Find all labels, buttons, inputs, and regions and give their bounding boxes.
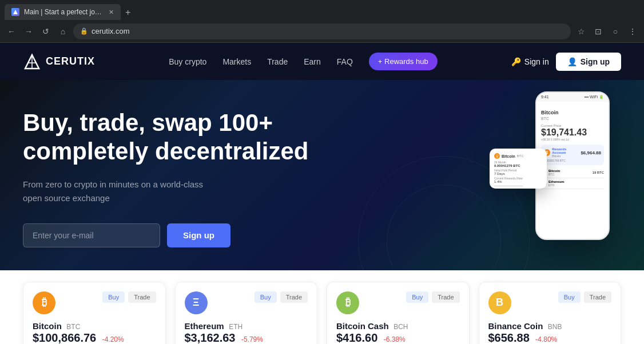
hero-title: Buy, trade, swap 100+ completely decentr… <box>23 109 309 166</box>
nav-buy-crypto[interactable]: Buy crypto <box>169 57 206 66</box>
bch-name: Bitcoin Cash <box>336 321 389 331</box>
reload-button[interactable]: ↺ <box>39 25 53 38</box>
bch-buy-button[interactable]: Buy <box>406 291 428 303</box>
card-header-btc: ₿ Buy Trade <box>33 291 156 314</box>
tab-close-button[interactable]: ✕ <box>109 9 114 16</box>
svg-marker-0 <box>13 10 18 14</box>
bookmark-button[interactable]: ☆ <box>574 25 588 38</box>
nav-trade[interactable]: Trade <box>267 57 288 66</box>
tab-title: Main | Start a perfect journey <box>24 8 104 16</box>
header-actions: 🔑 Sign in 👤 Sign up <box>511 53 621 71</box>
crypto-card-bnb: B Buy Trade Binance Coin BNB $656.88 -4.… <box>479 282 622 344</box>
eth-trade-button[interactable]: Trade <box>280 291 308 303</box>
bch-price: $416.60 <box>336 331 377 344</box>
url-text: cerutix.com <box>92 27 129 35</box>
reward-btc-amount: 0.00391758 BTC <box>544 159 601 162</box>
hero-subtitle: From zero to crypto in minutes on a worl… <box>23 178 223 205</box>
bch-trade-button[interactable]: Trade <box>432 291 459 303</box>
hero-form: Sign up <box>23 223 309 247</box>
card-hold-val: 7 Days <box>494 172 542 175</box>
nav-earn[interactable]: Earn <box>304 57 321 66</box>
forward-button[interactable]: → <box>22 25 35 38</box>
phone-signal: ▪▪▪ WiFi 🔋 <box>585 95 604 99</box>
phone-price: $19,741.43 <box>541 127 604 138</box>
email-input[interactable] <box>23 223 160 247</box>
btc-card-actions: Buy Trade <box>102 291 156 303</box>
menu-button[interactable]: ⋮ <box>626 25 639 38</box>
reward-row: ₿ Rewards Account Bitcoin $6,964.88 <box>544 147 601 158</box>
user-icon: 👤 <box>567 57 577 66</box>
phone-eth-row: Ethereum ETH <box>541 178 604 189</box>
crypto-grid: ₿ Buy Trade Bitcoin BTC $100,866.76 -4.2… <box>23 282 621 344</box>
card-btc-icon: ₿ <box>494 153 500 159</box>
rewards-hub-button[interactable]: + Rewards hub <box>369 53 438 70</box>
btc-name: Bitcoin <box>33 321 62 331</box>
card-header-bch: ₿ Buy Trade <box>336 291 460 314</box>
active-tab[interactable]: Main | Start a perfect journey ✕ <box>5 4 121 20</box>
phone-time: 9:41 <box>541 95 549 99</box>
bch-card-actions: Buy Trade <box>406 291 459 303</box>
logo[interactable]: CERUTIX <box>23 53 95 71</box>
btc-trade-button[interactable]: Trade <box>128 291 156 303</box>
btc-price-row: $100,866.76 -4.20% <box>33 331 156 344</box>
bnb-price: $656.88 <box>488 331 530 344</box>
new-tab-button[interactable]: + <box>121 5 135 20</box>
reward-labels: Rewards Account Bitcoin <box>552 147 579 158</box>
card-coin-name: Bitcoin <box>502 154 515 158</box>
eth-card-actions: Buy Trade <box>255 291 308 303</box>
page-content: CERUTIX Buy crypto Markets Trade Earn FA… <box>0 43 644 344</box>
phone-coin-symbol: BTC <box>541 117 604 121</box>
reward-amount: $6,964.88 <box>581 150 601 155</box>
hero-signup-button[interactable]: Sign up <box>167 223 230 247</box>
rewards-card: ₿ Bitcoin BTC 26 Month 0.00041279 BTC In… <box>490 149 547 189</box>
crypto-cards-section: ₿ Buy Trade Bitcoin BTC $100,866.76 -4.2… <box>0 270 644 344</box>
eth-symbol: ETH <box>229 323 243 331</box>
bch-price-row: $416.60 -6.38% <box>336 331 460 344</box>
bnb-coin-name-row: Binance Coin BNB <box>488 321 612 331</box>
btc-coin-icon: ₿ <box>33 291 55 314</box>
phone-status-bar: 9:41 ▪▪▪ WiFi 🔋 <box>536 93 609 102</box>
hero-section: Buy, trade, swap 100+ completely decentr… <box>0 80 644 270</box>
card-btc-amount: 0.00041279 BTC <box>494 164 542 167</box>
home-button[interactable]: ⌂ <box>56 25 70 38</box>
eth-coin-name-row: Ethereum ETH <box>185 321 308 331</box>
bnb-coin-icon: B <box>488 291 511 314</box>
profile-button[interactable]: ○ <box>609 25 622 38</box>
signin-button[interactable]: 🔑 Sign in <box>511 57 549 66</box>
bch-change: -6.38% <box>384 335 406 343</box>
btc-price: $100,866.76 <box>33 331 96 344</box>
phone-eth-info: Ethereum ETH <box>548 180 565 187</box>
bnb-trade-button[interactable]: Trade <box>584 291 611 303</box>
btc-buy-button[interactable]: Buy <box>102 291 125 303</box>
bnb-price-row: $656.88 -4.80% <box>488 331 612 344</box>
nav-markets[interactable]: Markets <box>222 57 251 66</box>
phone-mockup: 9:41 ▪▪▪ WiFi 🔋 Bitcoin BTC Current Pric… <box>535 91 610 240</box>
address-bar[interactable]: 🔒 cerutix.com <box>73 23 571 39</box>
signup-button[interactable]: 👤 Sign up <box>556 53 621 71</box>
back-button[interactable]: ← <box>5 25 18 38</box>
eth-price: $3,162.63 <box>185 331 236 344</box>
phone-reward-box: ₿ Rewards Account Bitcoin $6,964.88 0.00… <box>541 145 604 165</box>
tab-strip: Main | Start a perfect journey ✕ + <box>5 0 135 20</box>
phone-btc-info: Bitcoin BTC <box>548 169 560 176</box>
card-coin-symbol: BTC <box>517 154 524 158</box>
crypto-card-btc: ₿ Buy Trade Bitcoin BTC $100,866.76 -4.2… <box>23 282 166 344</box>
card-header-eth: Ξ Buy Trade <box>185 291 308 314</box>
eth-buy-button[interactable]: Buy <box>255 291 277 303</box>
eth-name: Ethereum <box>185 321 224 331</box>
security-icon: 🔒 <box>80 27 88 35</box>
browser-address-bar-row: ← → ↺ ⌂ 🔒 cerutix.com ☆ ⊡ ○ ⋮ <box>0 20 644 43</box>
bnb-buy-button[interactable]: Buy <box>558 291 581 303</box>
phone-coin-list: Bitcoin BTC 19 BTC Ethereum ETH <box>541 167 604 189</box>
card-inner-content: ₿ Bitcoin BTC 26 Month 0.00041279 BTC In… <box>494 153 542 186</box>
extensions-button[interactable]: ⊡ <box>591 25 605 38</box>
card-header-bnb: B Buy Trade <box>488 291 612 314</box>
btc-change: -4.20% <box>102 335 124 343</box>
logo-text: CERUTIX <box>46 55 95 67</box>
eth-coin-icon: Ξ <box>185 291 208 314</box>
phone-price-change: +86.38 0.098% est 1d <box>541 138 604 141</box>
nav-faq[interactable]: FAQ <box>337 57 353 66</box>
card-rate-val: 1.4% <box>494 180 542 183</box>
btc-coin-name-row: Bitcoin BTC <box>33 321 156 331</box>
key-icon: 🔑 <box>511 57 521 66</box>
